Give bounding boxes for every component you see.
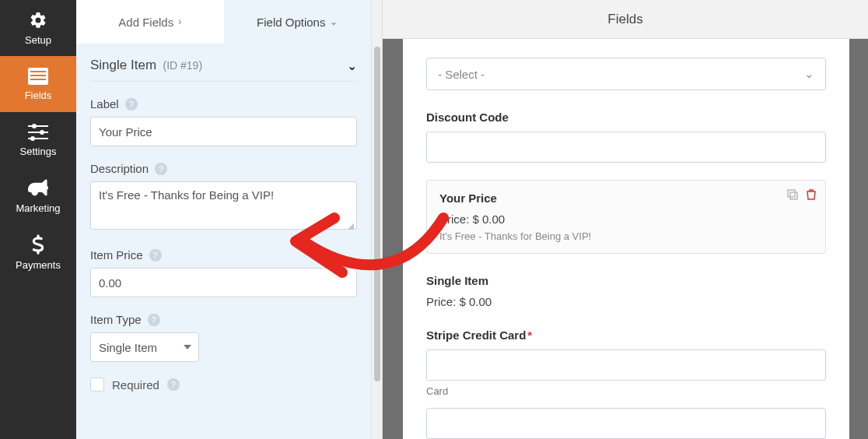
trash-icon[interactable] bbox=[805, 188, 817, 201]
item-price-input[interactable] bbox=[90, 268, 357, 297]
scrollbar-thumb[interactable] bbox=[374, 47, 380, 381]
preview-header: Fields bbox=[383, 0, 868, 39]
nav-setup[interactable]: Setup bbox=[0, 0, 76, 56]
required-label: Required bbox=[112, 378, 159, 392]
panel-scrollbar[interactable] bbox=[372, 0, 383, 439]
svg-point-7 bbox=[40, 130, 44, 135]
svg-rect-6 bbox=[28, 132, 48, 133]
nav-label: Setup bbox=[25, 34, 51, 46]
card-sublabel: Card bbox=[426, 385, 826, 397]
nav-fields[interactable]: Fields bbox=[0, 56, 76, 112]
your-price-description: It's Free - Thanks for Being a VIP! bbox=[439, 230, 813, 242]
preview-select[interactable]: - Select - ⌄ bbox=[426, 58, 826, 90]
svg-rect-3 bbox=[30, 79, 46, 80]
tab-field-options[interactable]: Field Options ⌄ bbox=[224, 0, 372, 44]
svg-rect-10 bbox=[788, 190, 795, 197]
chevron-down-icon: ⌄ bbox=[347, 58, 357, 73]
item-price-label: Item Price bbox=[90, 248, 143, 262]
form-icon bbox=[28, 68, 48, 85]
nav-label: Marketing bbox=[16, 202, 60, 214]
discount-code-input[interactable] bbox=[426, 132, 826, 163]
discount-code-label: Discount Code bbox=[426, 111, 826, 124]
stripe-label: Stripe Credit Card* bbox=[426, 328, 826, 342]
svg-rect-2 bbox=[30, 75, 46, 76]
sliders-icon bbox=[28, 124, 48, 141]
chevron-down-icon: ⌄ bbox=[330, 16, 338, 27]
nav-label: Fields bbox=[25, 90, 52, 101]
preview-area: Fields - Select - ⌄ Discount Code bbox=[383, 0, 868, 439]
section-title: Single Item bbox=[90, 58, 156, 72]
svg-point-5 bbox=[32, 124, 37, 128]
single-item-label: Single Item bbox=[426, 274, 826, 287]
single-item-value: Price: $ 0.00 bbox=[426, 295, 826, 308]
nav-payments[interactable]: Payments bbox=[0, 224, 76, 280]
nav-label: Settings bbox=[20, 146, 57, 157]
name-on-card-input[interactable] bbox=[426, 408, 826, 439]
tab-label: Field Options bbox=[257, 16, 325, 29]
svg-rect-1 bbox=[30, 71, 46, 72]
your-price-value: Price: $ 0.00 bbox=[439, 212, 813, 226]
svg-rect-11 bbox=[790, 192, 797, 199]
duplicate-icon[interactable] bbox=[786, 188, 799, 201]
section-header[interactable]: Single Item (ID #19) ⌄ bbox=[90, 44, 357, 82]
dollar-icon bbox=[32, 234, 44, 255]
nav-label: Payments bbox=[16, 259, 61, 271]
description-field-label: Description bbox=[90, 162, 149, 175]
help-icon[interactable]: ? bbox=[167, 378, 180, 391]
left-nav: Setup Fields Settings Marketing Payments bbox=[0, 0, 76, 439]
item-type-label: Item Type bbox=[90, 313, 142, 326]
svg-rect-4 bbox=[28, 125, 48, 127]
panel-tabs: Add Fields › Field Options ⌄ bbox=[76, 0, 371, 44]
your-price-label: Your Price bbox=[439, 191, 813, 205]
item-type-select[interactable]: Single Item bbox=[90, 332, 199, 362]
help-icon[interactable]: ? bbox=[125, 98, 138, 111]
required-checkbox[interactable] bbox=[90, 378, 104, 392]
section-id: (ID #19) bbox=[163, 59, 203, 72]
help-icon[interactable]: ? bbox=[148, 314, 160, 326]
gear-icon bbox=[29, 11, 47, 30]
nav-marketing[interactable]: Marketing bbox=[0, 168, 76, 224]
preview-your-price-block[interactable]: Your Price Price: $ 0.00 It's Free - Tha… bbox=[426, 180, 826, 254]
chevron-right-icon: › bbox=[178, 16, 181, 27]
help-icon[interactable]: ? bbox=[155, 163, 167, 175]
help-icon[interactable]: ? bbox=[149, 249, 162, 262]
chevron-down-icon: ⌄ bbox=[804, 67, 814, 81]
bullhorn-icon bbox=[28, 179, 48, 198]
label-field-label: Label bbox=[90, 97, 119, 111]
card-input[interactable] bbox=[426, 349, 826, 381]
select-placeholder: - Select - bbox=[438, 68, 485, 81]
label-input[interactable] bbox=[90, 117, 357, 146]
svg-point-9 bbox=[30, 136, 35, 141]
tab-add-fields[interactable]: Add Fields › bbox=[76, 0, 224, 44]
description-textarea[interactable] bbox=[90, 181, 357, 230]
field-options-panel: Add Fields › Field Options ⌄ Single Item… bbox=[76, 0, 372, 439]
tab-label: Add Fields bbox=[118, 16, 173, 29]
nav-settings[interactable]: Settings bbox=[0, 112, 76, 168]
